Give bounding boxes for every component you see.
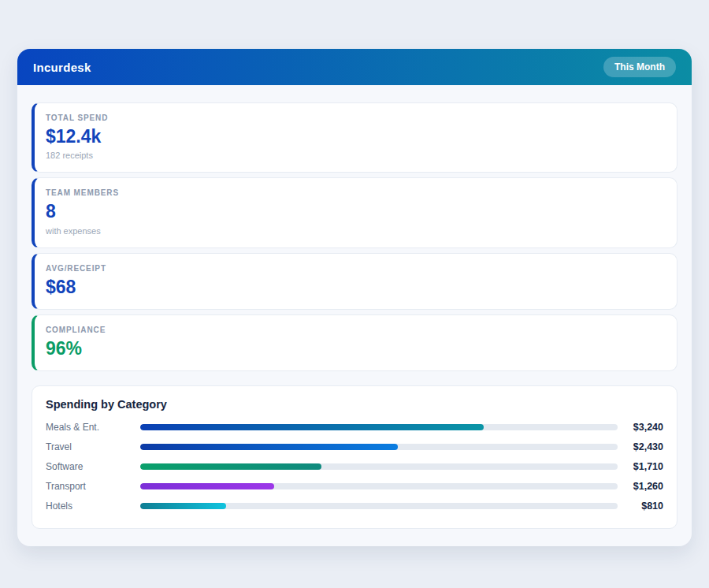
category-label: Meals & Ent. <box>46 422 140 433</box>
stat-card-avg-receipt: AVG/RECEIPT$68 <box>32 253 677 310</box>
chart-title: Spending by Category <box>46 398 663 411</box>
stat-value: $12.4k <box>46 127 663 147</box>
stat-subtext: 182 receipts <box>46 151 663 160</box>
chart-row-meals-ent-: Meals & Ent.$3,240 <box>46 417 663 437</box>
app-header: Incurdesk This Month <box>17 49 692 85</box>
chart-row-hotels: Hotels$810 <box>46 496 663 515</box>
category-label: Hotels <box>46 501 140 512</box>
stat-subtext: with expenses <box>46 226 663 236</box>
category-label: Transport <box>46 481 140 492</box>
period-badge[interactable]: This Month <box>603 57 676 77</box>
bar-value: $1,260 <box>618 481 663 492</box>
chart-row-software: Software$1,710 <box>46 456 663 476</box>
stat-label: AVG/RECEIPT <box>46 264 663 273</box>
category-label: Travel <box>46 441 140 452</box>
stat-value: $68 <box>46 277 663 297</box>
chart-row-transport: Transport$1,260 <box>46 476 663 496</box>
bar-value: $2,430 <box>618 441 663 452</box>
stats-list: TOTAL SPEND$12.4k182 receiptsTEAM MEMBER… <box>17 102 692 371</box>
bar-track <box>140 444 618 450</box>
bar-track <box>140 503 618 509</box>
chart-row-travel: Travel$2,430 <box>46 437 663 456</box>
bar-value: $1,710 <box>618 461 663 472</box>
bar-fill <box>140 424 484 430</box>
bar-track <box>140 483 618 489</box>
bar-track <box>140 463 618 470</box>
stat-card-total-spend: TOTAL SPEND$12.4k182 receipts <box>32 102 677 173</box>
category-label: Software <box>46 461 140 472</box>
bar-value: $3,240 <box>618 422 663 433</box>
dashboard-panel: Incurdesk This Month TOTAL SPEND$12.4k18… <box>17 49 692 546</box>
stat-card-team-members: TEAM MEMBERS8with expenses <box>32 177 677 247</box>
stat-label: TOTAL SPEND <box>46 114 663 122</box>
stat-card-compliance: COMPLIANCE96% <box>32 314 677 371</box>
bar-fill <box>140 463 321 470</box>
stat-label: COMPLIANCE <box>46 326 663 334</box>
chart-rows: Meals & Ent.$3,240Travel$2,430Software$1… <box>46 417 663 515</box>
stat-value: 96% <box>46 339 663 359</box>
stat-value: 8 <box>46 202 663 221</box>
bar-fill <box>140 444 398 450</box>
stat-label: TEAM MEMBERS <box>46 188 663 197</box>
bar-track <box>140 424 618 430</box>
app-title: Incurdesk <box>33 61 91 74</box>
spending-chart-card: Spending by Category Meals & Ent.$3,240T… <box>32 385 677 529</box>
bar-value: $810 <box>618 501 663 512</box>
bar-fill <box>140 503 226 509</box>
bar-fill <box>140 483 274 489</box>
